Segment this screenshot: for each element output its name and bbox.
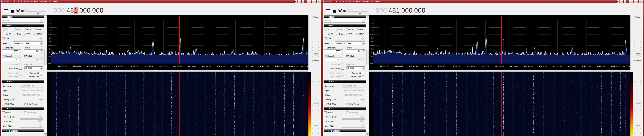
spinner-down-icon[interactable]: ▼ bbox=[19, 59, 21, 61]
minimize-button[interactable] bbox=[307, 0, 311, 3]
panel-header-source[interactable]: ▼Source bbox=[324, 15, 366, 18]
correct-iq-checkbox[interactable] bbox=[40, 72, 42, 74]
settings-gear-icon[interactable] bbox=[338, 9, 342, 13]
frequency-digit[interactable]: 1 bbox=[74, 7, 78, 14]
use-agc-checkbox[interactable] bbox=[324, 111, 327, 114]
scroll-up-icon[interactable]: ▲ bbox=[366, 15, 369, 18]
filter-dropdown[interactable]: Blackman-Harris 4▼ bbox=[13, 41, 43, 45]
slider-track[interactable] bbox=[638, 105, 638, 136]
mode-radio-wfm[interactable]: WFM bbox=[325, 33, 336, 35]
frequency-digit[interactable]: . bbox=[65, 7, 66, 14]
frequency-digit[interactable]: 0 bbox=[87, 7, 90, 14]
panel-header-radio[interactable]: ▼Radio bbox=[2, 24, 44, 27]
volume-slider-track[interactable] bbox=[348, 12, 368, 12]
filter-audio-checkbox[interactable] bbox=[24, 103, 27, 105]
frequency-digit[interactable]: 0 bbox=[422, 7, 426, 14]
aux-window-button-1[interactable] bbox=[294, 0, 298, 3]
frequency-digit[interactable]: 0 bbox=[54, 7, 57, 14]
unity-gain-checkbox[interactable] bbox=[2, 103, 5, 105]
scrollbar-thumb[interactable] bbox=[366, 50, 369, 65]
frequency-digit[interactable]: 0 bbox=[405, 7, 409, 14]
stop-button[interactable] bbox=[11, 10, 14, 13]
step-size-dropdown[interactable]: 12.5 kHz▼ bbox=[346, 66, 365, 70]
menu-hamburger-icon[interactable] bbox=[326, 10, 330, 13]
bandwidth-spinner[interactable]: 8000▲▼ bbox=[324, 49, 343, 53]
bandwidth-spinner[interactable]: 8000▲▼ bbox=[2, 49, 21, 53]
volume-slider-track[interactable] bbox=[26, 12, 46, 12]
frequency-digit[interactable]: . bbox=[400, 7, 401, 14]
slider-thumb[interactable] bbox=[636, 81, 640, 83]
stop-button[interactable] bbox=[333, 10, 336, 13]
panel-header-audio[interactable]: ▼Audio bbox=[324, 80, 366, 83]
use-agc-checkbox[interactable] bbox=[2, 111, 5, 114]
panel-header-audio[interactable]: ▼Audio bbox=[2, 80, 44, 83]
mode-radio-cw[interactable]: CW bbox=[24, 33, 34, 35]
titlebar[interactable]: SDR# v1.0.0.1328 - IQ Imbalance: Gain = … bbox=[322, 0, 644, 3]
squelch-spinner[interactable]: 75▲▼ bbox=[324, 57, 343, 61]
frequency-digit[interactable]: 0 bbox=[383, 7, 387, 14]
order-spinner[interactable]: 500▲▼ bbox=[24, 49, 43, 53]
spinner-down-icon[interactable]: ▼ bbox=[40, 51, 42, 53]
shift-checkbox[interactable] bbox=[324, 37, 327, 40]
correct-iq-checkbox[interactable] bbox=[362, 72, 364, 74]
mode-radio-usb[interactable]: USB bbox=[356, 28, 366, 31]
mode-radio-nfm[interactable]: NFM bbox=[3, 28, 14, 31]
waterfall-display[interactable] bbox=[51, 72, 308, 136]
source-device-dropdown[interactable]: HackRF▼ bbox=[2, 19, 43, 23]
source-device-dropdown[interactable]: HackRF▼ bbox=[324, 19, 365, 23]
spectrum-waterfall-splitter[interactable] bbox=[47, 71, 308, 72]
panel-header-fft-display[interactable]: ▼FFT Display bbox=[2, 129, 44, 132]
frequency-digit[interactable]: 0 bbox=[418, 7, 422, 14]
spinner-down-icon[interactable]: ▼ bbox=[341, 59, 343, 61]
frequency-digit[interactable]: 0 bbox=[100, 7, 104, 14]
volume-speaker-icon[interactable] bbox=[343, 9, 347, 14]
frequency-digit[interactable]: 4 bbox=[388, 7, 392, 14]
swap-iq-checkbox[interactable] bbox=[362, 76, 364, 78]
mode-radio-raw[interactable]: RAW bbox=[356, 33, 366, 35]
mode-radio-usb[interactable]: USB bbox=[34, 28, 44, 31]
minimize-button[interactable] bbox=[629, 0, 633, 3]
dropdown-arrow-icon[interactable]: ▼ bbox=[362, 42, 365, 45]
volume-slider[interactable] bbox=[348, 9, 368, 14]
spinner-up-icon[interactable]: ▲ bbox=[341, 49, 343, 51]
scroll-down-icon[interactable]: ▼ bbox=[366, 133, 369, 136]
squelch-checkbox[interactable] bbox=[324, 55, 327, 57]
mode-radio-wfm[interactable]: WFM bbox=[3, 33, 14, 35]
dropdown-arrow-icon[interactable]: ▼ bbox=[40, 42, 43, 45]
frequency-digit[interactable]: 0 bbox=[83, 7, 87, 14]
dropdown-arrow-icon[interactable]: ▼ bbox=[40, 19, 43, 23]
mode-radio-dsb[interactable]: DSB bbox=[14, 33, 24, 35]
pin-button[interactable]: ✦ bbox=[302, 0, 304, 3]
spectrum-display[interactable] bbox=[373, 16, 630, 65]
panel-header-radio[interactable]: ▼Radio bbox=[324, 24, 366, 27]
frequency-digit[interactable]: 8 bbox=[392, 7, 396, 14]
spinner-down-icon[interactable]: ▼ bbox=[341, 51, 343, 53]
spinner-up-icon[interactable]: ▲ bbox=[362, 49, 364, 51]
shift-checkbox[interactable] bbox=[2, 37, 5, 40]
aux-window-button-2[interactable] bbox=[620, 0, 623, 3]
frequency-digit[interactable]: . bbox=[387, 7, 388, 14]
spinner-up-icon[interactable]: ▲ bbox=[19, 49, 21, 51]
settings-gear-icon[interactable] bbox=[16, 9, 20, 13]
scroll-down-icon[interactable]: ▼ bbox=[44, 133, 47, 136]
spinner-up-icon[interactable]: ▲ bbox=[40, 49, 42, 51]
frequency-digit[interactable]: 4 bbox=[66, 7, 70, 14]
close-button[interactable]: × bbox=[316, 0, 321, 3]
menu-hamburger-icon[interactable] bbox=[4, 10, 8, 13]
frequency-digit[interactable]: . bbox=[78, 7, 79, 14]
slider-thumb[interactable] bbox=[314, 53, 318, 55]
volume-slider-thumb[interactable] bbox=[359, 10, 361, 14]
frequency-digit[interactable]: 0 bbox=[409, 7, 412, 14]
volume-speaker-icon[interactable] bbox=[21, 9, 25, 14]
filter-dropdown[interactable]: Blackman-Harris 4▼ bbox=[335, 41, 365, 45]
slider-thumb[interactable] bbox=[636, 124, 640, 126]
slider-track[interactable] bbox=[638, 20, 638, 56]
aux-window-button-1[interactable] bbox=[616, 0, 620, 3]
titlebar[interactable]: SDR# v1.0.0.1328 - IQ Imbalance: Gain = … bbox=[0, 0, 322, 3]
frequency-digit[interactable]: 0 bbox=[401, 7, 405, 14]
pin-button[interactable]: ✦ bbox=[624, 0, 626, 3]
slider-thumb[interactable] bbox=[636, 53, 640, 55]
aux-window-button-2[interactable] bbox=[298, 0, 301, 3]
spinner-up-icon[interactable]: ▲ bbox=[19, 58, 21, 59]
spinner-down-icon[interactable]: ▼ bbox=[19, 51, 21, 53]
